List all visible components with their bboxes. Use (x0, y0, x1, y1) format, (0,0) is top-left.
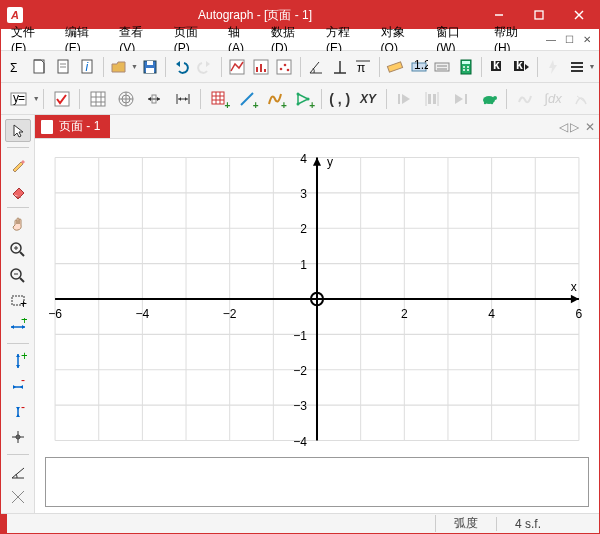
svg-rect-75 (433, 94, 436, 104)
xy-icon[interactable]: XY (354, 86, 381, 112)
scatter-icon[interactable] (273, 54, 296, 80)
turtle-icon[interactable] (475, 86, 502, 112)
line-add-icon[interactable]: + (233, 86, 260, 112)
svg-point-36 (467, 66, 469, 68)
new-plot2-icon[interactable] (53, 54, 76, 80)
undo-icon[interactable] (170, 54, 193, 80)
svg-text:x: x (571, 279, 578, 293)
curve-add-icon[interactable]: + (262, 86, 289, 112)
axes-range-icon[interactable] (169, 86, 196, 112)
lines-icon-dropdown[interactable]: ▼ (589, 54, 595, 80)
pause-icon[interactable] (419, 86, 446, 112)
y-equals-dropdown[interactable]: ▼ (33, 86, 39, 112)
shrink-v-tool[interactable]: - (5, 400, 31, 423)
svg-text:1.23: 1.23 (414, 58, 428, 72)
lines-icon[interactable] (565, 54, 588, 80)
eraser-tool[interactable] (5, 179, 31, 202)
play-end-icon[interactable] (447, 86, 474, 112)
svg-point-22 (287, 68, 290, 71)
svg-text:−6: −6 (48, 307, 62, 321)
new-page-icon[interactable] (29, 54, 52, 80)
svg-text:1: 1 (300, 258, 307, 272)
tab-prev-button[interactable]: ◁ (559, 120, 568, 134)
redo-icon[interactable] (194, 54, 217, 80)
tab-close-button[interactable]: ✕ (585, 120, 595, 134)
ruler-icon[interactable] (383, 54, 406, 80)
pointer-tool[interactable] (5, 119, 31, 142)
display-box-icon[interactable]: 1.23 (407, 54, 430, 80)
plot-area[interactable]: −6−4−2246−4−3−2−11234xy (45, 147, 589, 451)
svg-rect-64 (212, 92, 224, 104)
hand-tool[interactable] (5, 213, 31, 236)
polar-grid-icon[interactable] (113, 86, 140, 112)
constant-k1-icon[interactable]: k (486, 54, 509, 80)
svg-rect-1 (535, 11, 543, 19)
zoom-out-tool[interactable] (5, 264, 31, 287)
tabstrip: 页面 - 1 ◁ ▷ ✕ (35, 115, 599, 139)
status-angle-mode: 弧度 (435, 515, 496, 532)
page-info-icon[interactable]: i (76, 54, 99, 80)
svg-point-82 (491, 101, 493, 103)
toolbar-main: Σi▼π1.23kk▼ (1, 51, 599, 83)
shrink-h-tool[interactable]: - (5, 375, 31, 398)
menubar: 文件(F) 编辑(E) 查看(V) 页面(P) 轴(A) 数据(D) 方程(E)… (1, 29, 599, 51)
close-button[interactable] (559, 1, 599, 29)
output-box[interactable] (45, 457, 589, 507)
pi-icon[interactable]: π (352, 54, 375, 80)
calculator-icon[interactable] (455, 54, 478, 80)
zoom-in-tool[interactable] (5, 239, 31, 262)
keyboard-icon[interactable] (431, 54, 454, 80)
home-view-tool[interactable] (5, 426, 31, 449)
freehand-icon[interactable] (511, 86, 538, 112)
svg-point-72 (297, 102, 300, 105)
svg-text:+: + (21, 318, 27, 327)
line-chart-icon[interactable] (225, 54, 248, 80)
grid-icon[interactable] (84, 86, 111, 112)
doc-minimize-button[interactable]: — (543, 33, 559, 47)
perpendicular-icon[interactable] (328, 54, 351, 80)
constant-k2-icon[interactable]: k (510, 54, 533, 80)
coord-icon[interactable]: ( , ) (326, 86, 353, 112)
bar-chart-icon[interactable] (249, 54, 272, 80)
svg-text:−1: −1 (293, 328, 307, 342)
open-icon[interactable] (108, 54, 131, 80)
pencil-tool[interactable] (5, 153, 31, 176)
stretch-v-tool[interactable]: + (5, 349, 31, 372)
bolt-icon[interactable] (542, 54, 565, 80)
angle-icon[interactable] (304, 54, 327, 80)
window-title: Autograph - [页面 - 1] (31, 7, 479, 24)
svg-line-69 (241, 93, 253, 105)
svg-text:k: k (516, 58, 523, 72)
dimension-tool[interactable] (5, 486, 31, 509)
tab-next-button[interactable]: ▷ (570, 120, 579, 134)
zoom-box-tool[interactable]: + (5, 290, 31, 313)
svg-text:−2: −2 (293, 364, 307, 378)
integral-icon[interactable]: ∫dx (540, 86, 567, 112)
tab-page-1[interactable]: 页面 - 1 (35, 115, 110, 138)
equal-axes-icon[interactable] (141, 86, 168, 112)
doc-close-button[interactable]: ✕ (579, 33, 595, 47)
play-start-icon[interactable] (390, 86, 417, 112)
svg-text:=: = (18, 91, 25, 105)
sigma-icon[interactable]: Σ (5, 54, 28, 80)
app-icon: A (7, 7, 23, 23)
svg-rect-19 (277, 60, 291, 74)
svg-text:−4: −4 (293, 435, 307, 449)
save-icon[interactable] (139, 54, 162, 80)
derivative-icon[interactable] (568, 86, 595, 112)
svg-rect-74 (428, 94, 431, 104)
svg-rect-50 (91, 92, 105, 106)
shape-add-icon[interactable]: + (290, 86, 317, 112)
svg-text:-: - (21, 378, 25, 387)
y-equals-icon[interactable]: y= (5, 86, 32, 112)
open-icon-dropdown[interactable]: ▼ (132, 54, 138, 80)
measure-tool[interactable] (5, 460, 31, 483)
table-add-icon[interactable]: + (205, 86, 232, 112)
svg-text:i: i (85, 60, 88, 74)
doc-maximize-button[interactable]: ☐ (561, 33, 577, 47)
status-precision: 4 s.f. (496, 517, 559, 531)
stretch-h-tool[interactable]: + (5, 315, 31, 338)
checkbox-red-icon[interactable] (48, 86, 75, 112)
svg-rect-18 (264, 69, 266, 72)
svg-rect-12 (147, 61, 153, 65)
